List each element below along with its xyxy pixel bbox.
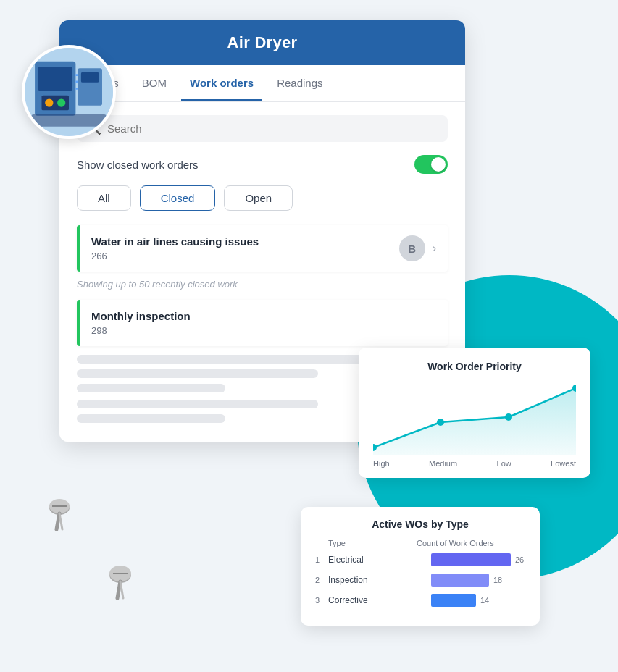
wo-id-1: 266 (91, 251, 259, 261)
chart-label-lowest: Lowest (551, 459, 576, 468)
wos-type-card: Active WOs by Type Type Count of Work Or… (301, 507, 540, 626)
tab-work-orders[interactable]: Work orders (181, 65, 262, 101)
chart-label-medium: Medium (429, 459, 457, 468)
screw-decoration-1 (42, 496, 77, 531)
wos-bar-1 (431, 553, 511, 566)
card-title: Air Dryer (227, 33, 298, 51)
wos-row-name-1: Electrical (328, 555, 431, 565)
chevron-right-icon-1: › (433, 242, 436, 255)
tab-bom[interactable]: BOM (133, 65, 175, 101)
svg-marker-22 (373, 388, 576, 455)
work-order-item-1[interactable]: Water in air lines causing issues 266 B … (77, 225, 448, 272)
tabs-row: Details BOM Work orders Readings (59, 65, 465, 102)
svg-point-25 (505, 413, 512, 421)
svg-point-24 (437, 419, 444, 426)
wos-bar-count-3: 14 (480, 596, 489, 605)
toggle-label: Show closed work orders (77, 159, 199, 171)
wos-bar-2 (431, 574, 489, 587)
showing-text: Showing up to 50 recently closed work (77, 279, 448, 290)
wos-bar-count-2: 18 (493, 576, 502, 584)
svg-rect-21 (31, 114, 106, 127)
wos-bar-container-3: 14 (431, 594, 525, 607)
priority-chart-labels: High Medium Low Lowest (373, 459, 576, 468)
filter-open[interactable]: Open (224, 185, 293, 211)
machine-image (22, 45, 116, 139)
wo-right-1: B › (399, 235, 436, 261)
svg-rect-14 (45, 98, 53, 106)
filter-all[interactable]: All (77, 185, 131, 211)
wos-row-num-2: 2 (315, 576, 328, 584)
wos-bar-3 (431, 594, 476, 607)
wos-bar-container-2: 18 (431, 574, 525, 587)
wo-title-1: Water in air lines causing issues (91, 235, 259, 248)
wos-type-header: Type Count of Work Orders (315, 539, 525, 547)
work-order-info-1: Water in air lines causing issues 266 (91, 235, 259, 261)
wo-avatar-1: B (399, 235, 425, 261)
toggle-row: Show closed work orders (77, 155, 448, 174)
work-order-item-2[interactable]: Monthly inspection 298 (77, 300, 448, 346)
search-input[interactable] (107, 122, 438, 135)
col-count-header: Count of Work Orders (417, 539, 525, 547)
filter-closed[interactable]: Closed (140, 185, 216, 211)
wo-title-2: Monthly inspection (91, 310, 436, 322)
wos-row-num-1: 1 (315, 555, 328, 564)
priority-chart-card: Work Order Priority High Medium Low Lowe… (359, 348, 590, 478)
svg-line-9 (120, 581, 123, 598)
priority-chart-area (373, 382, 576, 455)
card-header: Air Dryer (59, 20, 465, 65)
wos-row-name-3: Corrective (328, 595, 431, 605)
wos-type-title: Active WOs by Type (315, 518, 525, 530)
wos-row-num-3: 3 (315, 596, 328, 605)
wos-row-2: 2 Inspection 18 (315, 574, 525, 587)
wos-row-1: 1 Electrical 26 (315, 553, 525, 566)
chart-label-low: Low (497, 459, 511, 468)
wos-bar-container-1: 26 (431, 553, 525, 566)
svg-line-4 (59, 513, 62, 529)
col-type-header: Type (328, 539, 417, 547)
wo-id-2: 298 (91, 325, 436, 336)
tab-readings[interactable]: Readings (268, 65, 331, 101)
show-closed-toggle[interactable] (414, 155, 448, 174)
wos-bar-count-1: 26 (515, 555, 524, 564)
priority-chart-title: Work Order Priority (373, 361, 576, 372)
svg-rect-12 (38, 67, 72, 91)
svg-rect-17 (81, 72, 99, 83)
svg-rect-15 (57, 98, 65, 106)
chart-label-high: High (373, 459, 390, 468)
filter-buttons: All Closed Open (77, 185, 448, 211)
screw-decoration-2 (101, 562, 139, 600)
search-bar: 🔍 (77, 115, 448, 142)
wos-row-3: 3 Corrective 14 (315, 594, 525, 607)
wos-row-name-2: Inspection (328, 575, 431, 585)
